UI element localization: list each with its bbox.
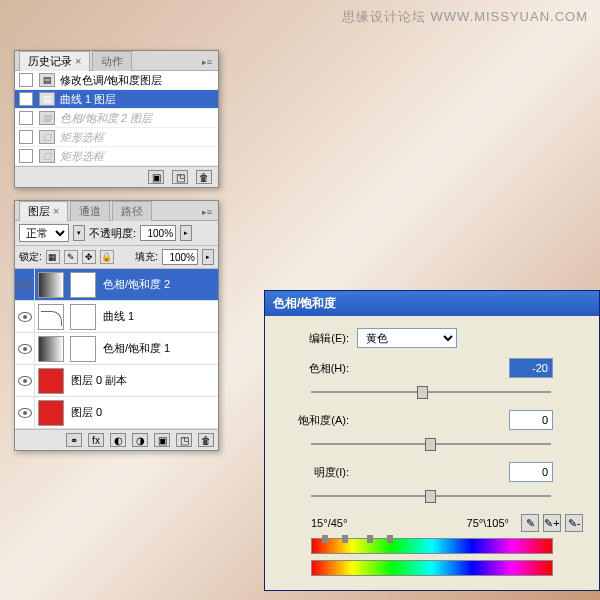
- layer-thumbnail[interactable]: [38, 272, 64, 298]
- history-checkbox[interactable]: [19, 73, 33, 87]
- slider-thumb[interactable]: [425, 438, 436, 451]
- hue-label: 色相(H):: [281, 361, 349, 376]
- history-checkbox[interactable]: [19, 111, 33, 125]
- layer-name: 色相/饱和度 1: [99, 341, 218, 356]
- history-item[interactable]: ▤修改色调/饱和度图层: [15, 71, 218, 90]
- close-icon[interactable]: ×: [75, 55, 81, 67]
- layer-mask-thumbnail[interactable]: [70, 336, 96, 362]
- history-item-label: 矩形选框: [60, 149, 104, 164]
- snapshot-icon[interactable]: ▣: [148, 170, 164, 184]
- range-marker[interactable]: [342, 535, 348, 543]
- chevron-right-icon[interactable]: ▸: [202, 249, 214, 265]
- lock-move-icon[interactable]: ✥: [82, 250, 96, 264]
- blend-mode-select[interactable]: 正常: [19, 224, 69, 242]
- layer-controls-row: 正常 ▾ 不透明度: ▸: [15, 221, 218, 246]
- chevron-down-icon[interactable]: ▾: [73, 225, 85, 241]
- eyedropper-add-icon[interactable]: ✎+: [543, 514, 561, 532]
- slider-thumb[interactable]: [417, 386, 428, 399]
- new-layer-icon[interactable]: ◳: [176, 433, 192, 447]
- history-checkbox[interactable]: [19, 149, 33, 163]
- eye-icon: [18, 312, 32, 322]
- slider-thumb[interactable]: [425, 490, 436, 503]
- opacity-input[interactable]: [140, 225, 176, 241]
- tab-layers[interactable]: 图层×: [19, 201, 68, 221]
- lock-all-icon[interactable]: 🔒: [100, 250, 114, 264]
- panel-menu-icon[interactable]: ▸≡: [202, 57, 212, 67]
- trash-icon[interactable]: 🗑: [196, 170, 212, 184]
- layer-name: 图层 0 副本: [67, 373, 218, 388]
- hue-saturation-dialog: 色相/饱和度 编辑(E): 黄色 色相(H): 饱和度(A): 明度(I): 1…: [264, 290, 600, 591]
- tab-paths[interactable]: 路径: [112, 201, 152, 221]
- saturation-input[interactable]: [509, 410, 553, 430]
- visibility-toggle[interactable]: [15, 365, 35, 396]
- history-item[interactable]: ▢矩形选框: [15, 147, 218, 166]
- history-panel: 历史记录× 动作 ▸≡ ▤修改色调/饱和度图层 ▤曲线 1 图层 ▤色相/饱和度…: [14, 50, 219, 188]
- adjustment-icon: ▤: [39, 92, 55, 106]
- history-item-label: 色相/饱和度 2 图层: [60, 111, 152, 126]
- layer-name: 图层 0: [67, 405, 218, 420]
- tab-actions[interactable]: 动作: [92, 51, 132, 71]
- range-left-text: 15°/45°: [311, 517, 410, 529]
- layer-item[interactable]: 色相/饱和度 1: [15, 333, 218, 365]
- adjustment-icon: ▤: [39, 73, 55, 87]
- trash-icon[interactable]: 🗑: [198, 433, 214, 447]
- lock-transparent-icon[interactable]: ▦: [46, 250, 60, 264]
- visibility-toggle[interactable]: [15, 333, 35, 364]
- fill-input[interactable]: [162, 249, 198, 265]
- close-icon[interactable]: ×: [53, 205, 59, 217]
- eye-icon: [18, 280, 32, 290]
- chevron-right-icon[interactable]: ▸: [180, 225, 192, 241]
- folder-icon[interactable]: ▣: [154, 433, 170, 447]
- eyedropper-subtract-icon[interactable]: ✎-: [565, 514, 583, 532]
- eye-icon: [18, 408, 32, 418]
- panel-menu-icon[interactable]: ▸≡: [202, 207, 212, 217]
- eye-icon: [18, 344, 32, 354]
- tab-history-label: 历史记录: [28, 55, 72, 67]
- edit-label: 编辑(E):: [281, 331, 349, 346]
- lightness-input[interactable]: [509, 462, 553, 482]
- tab-history[interactable]: 历史记录×: [19, 51, 90, 71]
- layer-thumbnail[interactable]: [38, 336, 64, 362]
- adjustment-icon: ▤: [39, 111, 55, 125]
- history-checkbox[interactable]: [19, 92, 33, 106]
- layer-thumbnail[interactable]: [38, 368, 64, 394]
- dialog-title: 色相/饱和度: [265, 291, 599, 316]
- visibility-toggle[interactable]: [15, 397, 35, 428]
- eyedropper-icon[interactable]: ✎: [521, 514, 539, 532]
- lock-brush-icon[interactable]: ✎: [64, 250, 78, 264]
- lightness-slider[interactable]: [311, 486, 551, 506]
- range-marker[interactable]: [322, 535, 328, 543]
- layer-name: 色相/饱和度 2: [99, 277, 218, 292]
- history-item[interactable]: ▤色相/饱和度 2 图层: [15, 109, 218, 128]
- layer-item[interactable]: 色相/饱和度 2: [15, 269, 218, 301]
- mask-icon[interactable]: ◐: [110, 433, 126, 447]
- range-marker[interactable]: [367, 535, 373, 543]
- hue-input[interactable]: [509, 358, 553, 378]
- layer-thumbnail[interactable]: [38, 304, 64, 330]
- edit-select[interactable]: 黄色: [357, 328, 457, 348]
- history-item[interactable]: ▤曲线 1 图层: [15, 90, 218, 109]
- layer-item[interactable]: 图层 0: [15, 397, 218, 429]
- saturation-slider[interactable]: [311, 434, 551, 454]
- visibility-toggle[interactable]: [15, 301, 35, 332]
- hue-slider[interactable]: [311, 382, 551, 402]
- history-item-label: 修改色调/饱和度图层: [60, 73, 162, 88]
- link-icon[interactable]: ⚭: [66, 433, 82, 447]
- layer-thumbnail[interactable]: [38, 400, 64, 426]
- layer-item[interactable]: 图层 0 副本: [15, 365, 218, 397]
- visibility-toggle[interactable]: [15, 269, 35, 300]
- layer-item[interactable]: 曲线 1: [15, 301, 218, 333]
- layer-mask-thumbnail[interactable]: [70, 304, 96, 330]
- range-marker[interactable]: [387, 535, 393, 543]
- tab-channels[interactable]: 通道: [70, 201, 110, 221]
- history-checkbox[interactable]: [19, 130, 33, 144]
- eye-icon: [18, 376, 32, 386]
- saturation-label: 饱和度(A):: [281, 413, 349, 428]
- new-state-icon[interactable]: ◳: [172, 170, 188, 184]
- fx-icon[interactable]: fx: [88, 433, 104, 447]
- color-spectrum-top[interactable]: [311, 538, 553, 554]
- marquee-icon: ▢: [39, 149, 55, 163]
- layer-mask-thumbnail[interactable]: [70, 272, 96, 298]
- adjustment-layer-icon[interactable]: ◑: [132, 433, 148, 447]
- history-item[interactable]: ▢矩形选框: [15, 128, 218, 147]
